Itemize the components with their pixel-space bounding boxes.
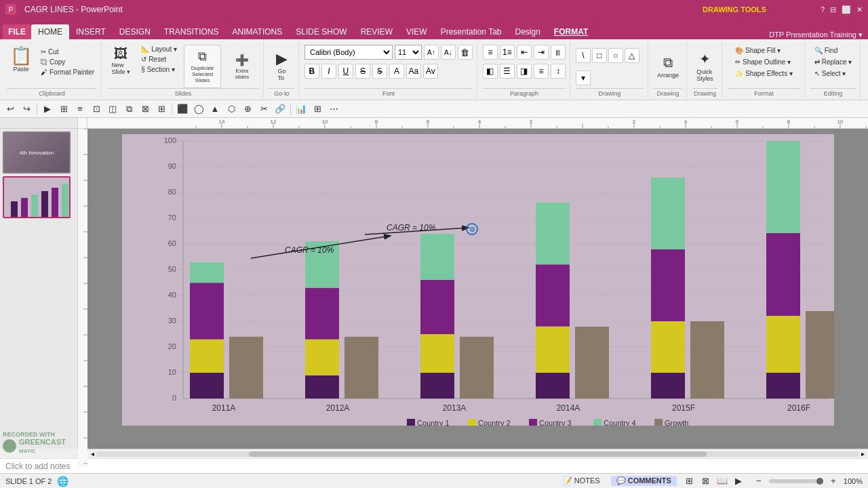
close-btn[interactable]: ✕ <box>856 5 863 14</box>
shape-3[interactable]: ○ <box>608 48 623 63</box>
AV-btn[interactable]: Av <box>423 64 438 79</box>
tab-presentation[interactable]: Presentation Tab <box>434 24 509 39</box>
help-btn[interactable]: ? <box>821 5 825 14</box>
tab-slideshow[interactable]: SLIDE SHOW <box>289 24 353 39</box>
underline-btn[interactable]: U <box>338 64 353 79</box>
duplicate-selected-button[interactable]: ⧉ Duplicate Selected Slides <box>184 45 221 88</box>
align-center-btn[interactable]: ☰ <box>500 64 515 79</box>
new-slide-button[interactable]: 🖼 NewSlide ▾ <box>107 45 134 77</box>
extra-slides-button[interactable]: ➕ Extra slides <box>225 45 259 88</box>
slide[interactable]: 0 10 20 30 40 50 60 70 80 90 100 <box>122 134 834 426</box>
reset-button[interactable]: ↺ Reset <box>138 55 180 64</box>
strikethrough-btn[interactable]: S <box>355 64 370 79</box>
zoom-in-btn[interactable]: + <box>826 474 841 489</box>
t2-btn-2[interactable]: ⊞ <box>56 102 71 117</box>
slide-sorter-btn[interactable]: ⊠ <box>698 474 713 489</box>
h-scrollbar[interactable]: ◂ ▸ <box>87 449 868 458</box>
shadow-btn[interactable]: S̶ <box>372 64 387 79</box>
clear-format-btn[interactable]: 🗑 <box>458 45 473 60</box>
shape-outline-button[interactable]: ✏ Shape Outline ▾ <box>732 58 793 66</box>
font-family-select[interactable]: Calibri (Body) <box>304 45 393 60</box>
shape-2[interactable]: □ <box>592 48 607 63</box>
reading-view-btn[interactable]: 📖 <box>715 474 730 489</box>
t2-btn-10[interactable]: ◯ <box>191 102 206 117</box>
shape-more[interactable]: ▾ <box>576 70 591 85</box>
t2-more-btn[interactable]: ⋯ <box>326 102 341 117</box>
t2-btn-14[interactable]: ✂ <box>256 102 271 117</box>
line-spacing-btn[interactable]: ↕ <box>551 64 566 79</box>
t2-btn-12[interactable]: ⬡ <box>224 102 239 117</box>
bullet-list-btn[interactable]: ≡ <box>483 45 498 60</box>
t2-btn-9[interactable]: ⬛ <box>175 102 190 117</box>
t2-btn-7[interactable]: ⊠ <box>138 102 153 117</box>
zoom-thumb[interactable] <box>816 478 823 485</box>
align-right-btn[interactable]: ◨ <box>517 64 532 79</box>
arrange-button[interactable]: ⧉ Arrange <box>654 53 682 81</box>
t2-btn-1[interactable]: ▶ <box>40 102 55 117</box>
tab-file[interactable]: FILE <box>3 24 31 39</box>
slide-thumb-2[interactable] <box>3 176 71 218</box>
tab-format[interactable]: FORMAT <box>547 24 595 39</box>
slide-thumb-1[interactable]: 4th Innovation <box>3 131 71 174</box>
scroll-right-btn[interactable]: ▸ <box>859 450 867 458</box>
layout-button[interactable]: 📐 Layout ▾ <box>138 45 180 54</box>
cut-button[interactable]: ✂ Cut <box>38 47 97 56</box>
shape-1[interactable]: \ <box>576 48 591 63</box>
t2-table-btn[interactable]: ⊞ <box>310 102 325 117</box>
shape-4[interactable]: △ <box>625 48 639 63</box>
t2-btn-5[interactable]: ◫ <box>105 102 120 117</box>
font-size-select[interactable]: 11 <box>395 45 422 60</box>
paste-button[interactable]: 📋 Paste <box>7 45 35 75</box>
tab-animations[interactable]: ANIMATIONS <box>225 24 289 39</box>
increase-font-btn[interactable]: A↑ <box>424 45 439 60</box>
zoom-slider[interactable] <box>769 479 823 483</box>
normal-view-btn[interactable]: ⊞ <box>682 474 697 489</box>
select-button[interactable]: ↖ Select ▾ <box>812 69 849 78</box>
numbered-list-btn[interactable]: 1≡ <box>500 45 515 60</box>
shape-effects-button[interactable]: ✨ Shape Effects ▾ <box>732 69 795 78</box>
Aa-btn[interactable]: Aa <box>406 64 421 79</box>
scroll-left-btn[interactable]: ◂ <box>89 450 96 458</box>
t2-btn-3[interactable]: ≡ <box>73 102 87 117</box>
find-button[interactable]: 🔍 Find <box>812 46 840 55</box>
minimize-btn[interactable]: ⊟ <box>830 5 836 14</box>
t2-chart-btn[interactable]: 📊 <box>294 102 309 117</box>
t2-btn-8[interactable]: ⊞ <box>154 102 169 117</box>
t2-btn-15[interactable]: 🔗 <box>273 102 288 117</box>
tab-home[interactable]: HOME <box>31 24 69 39</box>
t2-btn-4[interactable]: ⊡ <box>89 102 104 117</box>
t2-btn-13[interactable]: ⊕ <box>240 102 255 117</box>
tab-review[interactable]: REVIEW <box>354 24 399 39</box>
section-button[interactable]: § Section ▾ <box>138 65 180 74</box>
tab-design2[interactable]: Design <box>508 24 547 39</box>
goto-button[interactable]: ▶ GoTo <box>273 49 291 83</box>
tab-view[interactable]: VIEW <box>399 24 434 39</box>
slideshow-btn[interactable]: ▶ <box>731 474 746 489</box>
t2-btn-6[interactable]: ⧉ <box>121 102 136 117</box>
t2-btn-11[interactable]: ▲ <box>208 102 222 117</box>
italic-btn[interactable]: I <box>321 64 336 79</box>
align-left-btn[interactable]: ◧ <box>483 64 498 79</box>
tab-design[interactable]: DESIGN <box>113 24 157 39</box>
bold-btn[interactable]: B <box>304 64 319 79</box>
replace-button[interactable]: ⇄ Replace ▾ <box>812 58 854 66</box>
decrease-indent-btn[interactable]: ⇤ <box>517 45 532 60</box>
canvas-area[interactable]: 0 10 20 30 40 50 60 70 80 90 100 <box>87 129 868 449</box>
quick-styles-button[interactable]: ✦ QuickStyles <box>693 49 717 84</box>
shape-fill-button[interactable]: 🎨 Shape Fill ▾ <box>732 46 783 55</box>
window-controls[interactable]: ? ⊟ ⬜ ✕ <box>821 5 863 14</box>
redo-btn[interactable]: ↪ <box>19 102 34 117</box>
notes-bar[interactable]: Click to add notes <box>0 458 868 473</box>
copy-button[interactable]: ⿻ Copy <box>38 58 97 66</box>
tab-insert[interactable]: INSERT <box>69 24 113 39</box>
decrease-font-btn[interactable]: A↓ <box>441 45 456 60</box>
comments-btn[interactable]: 💬 COMMENTS <box>611 476 677 486</box>
increase-indent-btn[interactable]: ⇥ <box>534 45 549 60</box>
maximize-btn[interactable]: ⬜ <box>842 5 851 14</box>
columns-btn[interactable]: ⫼ <box>551 45 566 60</box>
undo-btn[interactable]: ↩ <box>3 102 18 117</box>
tab-transitions[interactable]: TRANSITIONS <box>157 24 226 39</box>
notes-btn[interactable]: 📝 NOTES <box>557 476 606 486</box>
scroll-thumb[interactable] <box>249 451 707 457</box>
font-color-btn[interactable]: A <box>389 64 404 79</box>
